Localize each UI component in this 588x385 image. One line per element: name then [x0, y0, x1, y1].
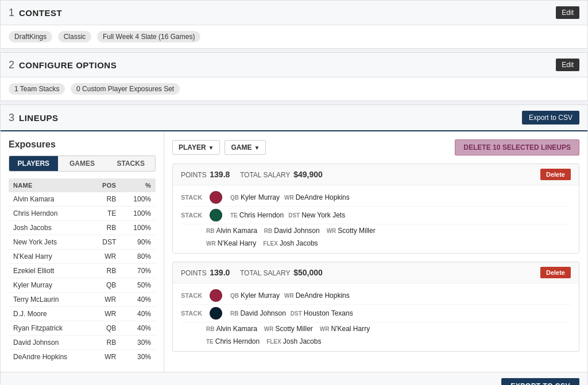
table-row: New York Jets DST 90%: [9, 235, 156, 250]
exposures-panel: Exposures PLAYERS GAMES STACKS NAME POS …: [1, 131, 164, 372]
stack-player-group: TE Chris Herndon DST New York Jets: [230, 211, 571, 219]
stack-row: STACK QB Kyler Murray WR DeAndre Hopkins: [181, 287, 571, 305]
salary-label: TOTAL SALARY: [240, 171, 291, 179]
table-header-row: NAME POS %: [9, 178, 156, 192]
configure-edit-button[interactable]: Edit: [556, 59, 579, 71]
player-entry: QB Kyler Murray: [230, 193, 280, 201]
lineup-card-1: POINTS 139.8 TOTAL SALARY $49,900 Delete…: [172, 164, 579, 254]
player-pct-cell: 30%: [121, 350, 156, 364]
player-entry: WR Scotty Miller: [327, 227, 376, 235]
players-table: NAME POS % Alvin Kamara RB 100% Chris He…: [9, 178, 156, 364]
lineup-cards: POINTS 139.8 TOTAL SALARY $49,900 Delete…: [172, 164, 579, 352]
lineups-title: LINEUPS: [19, 113, 59, 123]
filter-bar: PLAYER ▼ GAME ▼ DELETE 10 SELECTED LINEU…: [172, 139, 579, 155]
player-name-cell: Kyler Murray: [9, 278, 91, 293]
tab-bar: PLAYERS GAMES STACKS: [9, 155, 156, 172]
configure-number: 2: [9, 59, 14, 71]
player-name: Scotty Miller: [276, 325, 313, 333]
points-value: 139.0: [210, 268, 230, 277]
pos-label: WR: [284, 195, 294, 201]
contest-section: 1 CONTEST Edit DraftKings Classic Full W…: [0, 0, 588, 49]
player-name-cell: David Johnson: [9, 336, 91, 350]
stack-row: STACK RB David Johnson DST Houston Texan…: [181, 305, 571, 322]
pos-label: DST: [288, 212, 300, 219]
regular-row: RB Alvin Kamara WR Scotty Miller WR N'Ke…: [181, 322, 571, 335]
contest-edit-button[interactable]: Edit: [556, 6, 579, 19]
player-entry: FLEX Josh Jacobs: [263, 239, 318, 247]
player-pct-cell: 100%: [121, 192, 156, 207]
lineups-body: Exposures PLAYERS GAMES STACKS NAME POS …: [1, 131, 587, 372]
lineup-card-2: POINTS 139.0 TOTAL SALARY $50,000 Delete…: [172, 262, 579, 352]
table-row: Chris Herndon TE 100%: [9, 207, 156, 221]
pos-label: DST: [291, 310, 302, 317]
table-row: Ryan Fitzpatrick QB 40%: [9, 321, 156, 336]
tab-players[interactable]: PLAYERS: [9, 156, 58, 171]
delete-lineup-button-1[interactable]: Delete: [540, 169, 571, 180]
stack-label: STACK: [181, 310, 204, 317]
player-name-cell: New York Jets: [9, 235, 91, 250]
regular-row-2: WR N'Keal Harry FLEX Josh Jacobs: [181, 237, 571, 250]
player-pos-cell: RB: [91, 221, 121, 235]
contest-title-row: 1 CONTEST: [9, 7, 62, 19]
player-name-cell: DeAndre Hopkins: [9, 350, 91, 364]
player-pos-cell: WR: [91, 307, 121, 321]
delete-lineup-button-2[interactable]: Delete: [540, 267, 571, 278]
table-row: Ezekiel Elliott RB 70%: [9, 264, 156, 278]
col-pct: %: [121, 178, 156, 192]
export-csv-button-bottom[interactable]: EXPORT TO CSV: [501, 378, 579, 385]
player-filter-label: PLAYER: [179, 143, 206, 151]
player-pos-cell: WR: [91, 293, 121, 307]
player-name-cell: Ryan Fitzpatrick: [9, 321, 91, 336]
pos-label: WR: [206, 240, 216, 247]
lineup-rows: STACK QB Kyler Murray WR DeAndre Hopkins…: [173, 283, 579, 351]
lineup-rows: STACK QB Kyler Murray WR DeAndre Hopkins…: [173, 185, 579, 253]
pos-label: RB: [230, 310, 238, 317]
lineup-card-header: POINTS 139.0 TOTAL SALARY $50,000 Delete: [173, 262, 579, 283]
player-name-cell: Chris Herndon: [9, 207, 91, 221]
exposures-title: Exposures: [9, 139, 156, 150]
tab-stacks[interactable]: STACKS: [106, 156, 155, 171]
pos-label: FLEX: [266, 339, 281, 345]
player-entry: RB David Johnson: [230, 309, 286, 317]
stack-row: STACK TE Chris Herndon DST New York Jets: [181, 207, 571, 224]
player-entry: FLEX Josh Jacobs: [266, 337, 321, 345]
configure-body: 1 Team Stacks 0 Custom Player Exposures …: [1, 77, 587, 100]
tag-team-stacks: 1 Team Stacks: [9, 83, 65, 95]
contest-number: 1: [9, 7, 14, 19]
configure-header: 2 CONFIGURE OPTIONS Edit: [1, 53, 587, 77]
player-entry: WR N'Keal Harry: [320, 325, 370, 333]
pos-label: RB: [264, 228, 272, 234]
player-entry: WR Scotty Miller: [264, 325, 313, 333]
player-name: Houston Texans: [304, 309, 353, 317]
player-pos-cell: TE: [91, 207, 121, 221]
player-filter-button[interactable]: PLAYER ▼: [172, 140, 220, 155]
pos-label: WR: [284, 293, 294, 299]
col-pos: POS: [91, 178, 121, 192]
lineups-number: 3: [9, 112, 14, 124]
player-pos-cell: QB: [91, 321, 121, 336]
player-pct-cell: 40%: [121, 293, 156, 307]
player-pos-cell: DST: [91, 235, 121, 250]
player-pos-cell: WR: [91, 250, 121, 264]
delete-selected-button[interactable]: DELETE 10 SELECTED LINEUPS: [455, 139, 579, 155]
lineups-section: 3 LINEUPS Export to CSV Exposures PLAYER…: [0, 104, 588, 385]
stack-label: STACK: [181, 212, 204, 219]
regular-players: RB Alvin Kamara RB David Johnson WR Scot…: [206, 227, 376, 235]
player-name: Kyler Murray: [241, 193, 280, 201]
player-pos-cell: QB: [91, 278, 121, 293]
game-filter-button[interactable]: GAME ▼: [225, 140, 266, 155]
player-entry: WR DeAndre Hopkins: [284, 193, 350, 201]
player-name-cell: Josh Jacobs: [9, 221, 91, 235]
tab-games[interactable]: GAMES: [58, 156, 107, 171]
regular-players-2: TE Chris Herndon FLEX Josh Jacobs: [206, 337, 321, 345]
lineup-card-header: POINTS 139.8 TOTAL SALARY $49,900 Delete: [173, 164, 579, 185]
player-name-cell: D.J. Moore: [9, 307, 91, 321]
points-info: POINTS 139.0 TOTAL SALARY $50,000: [181, 268, 323, 277]
table-row: Terry McLaurin WR 40%: [9, 293, 156, 307]
player-name: David Johnson: [274, 227, 319, 235]
salary-value: $50,000: [293, 268, 323, 277]
player-name-cell: N'Keal Harry: [9, 250, 91, 264]
export-csv-button-top[interactable]: Export to CSV: [522, 111, 579, 125]
player-name: DeAndre Hopkins: [296, 193, 350, 201]
player-entry: TE Chris Herndon: [206, 337, 260, 345]
